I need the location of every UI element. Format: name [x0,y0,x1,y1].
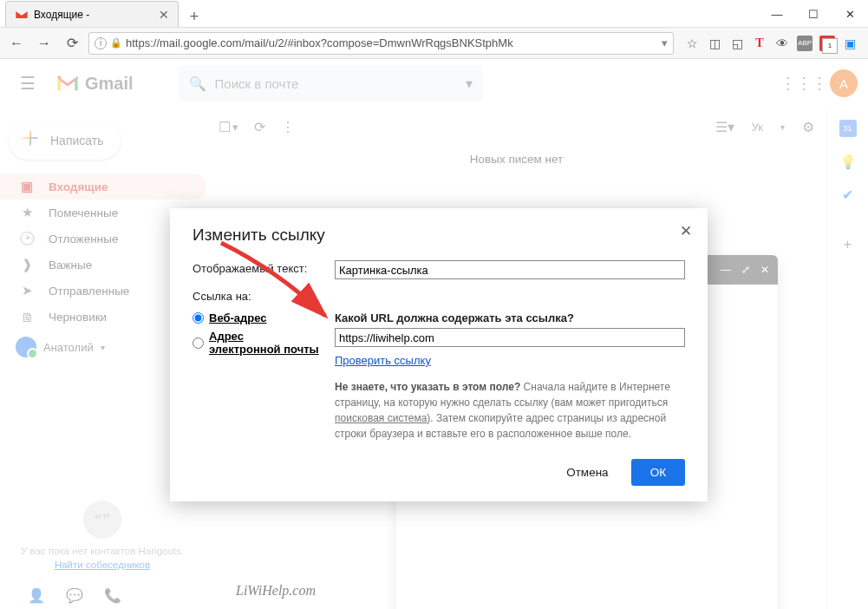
dropdown-icon[interactable]: ▾ [662,36,668,49]
window-minimize-icon[interactable]: — [759,1,795,27]
display-text-label: Отображаемый текст: [193,260,323,275]
address-bar[interactable]: i 🔒 https://mail.google.com/mail/u/2/#in… [88,32,674,55]
new-tab-button[interactable]: + [184,6,205,27]
gmail-favicon [15,8,29,22]
radio-web-address[interactable]: Веб-адрес [193,311,323,324]
radio-web-label: Веб-адрес [209,311,267,324]
watermark: LiWiHelp.com [236,583,316,599]
window-maximize-icon[interactable]: ☐ [795,1,832,27]
url-text: https://mail.google.com/mail/u/2/#inbox?… [126,36,513,49]
ok-button[interactable]: ОК [631,459,685,486]
tab-title: Входящие - [34,9,89,21]
ext-abp-icon[interactable]: ABP [797,36,813,51]
ext-eye-icon[interactable]: 👁 [774,36,790,51]
reload-button[interactable]: ⟳ [61,32,83,55]
tab-close-icon[interactable]: ✕ [159,8,169,22]
dialog-close-icon[interactable]: ✕ [680,222,692,240]
radio-email-input[interactable] [193,337,204,349]
browser-tab[interactable]: Входящие - ✕ [5,1,179,27]
url-question: Какой URL должна содержать эта ссылка? [335,311,685,324]
forward-button[interactable]: → [33,32,55,55]
ext-reader-icon[interactable]: ◫ [707,36,722,51]
lock-icon: 🔒 [110,37,122,49]
dialog-title: Изменить ссылку [193,226,685,245]
url-input[interactable] [335,328,685,347]
radio-email-label: Адресэлектронной почты [209,330,319,356]
hint-text: Не знаете, что указать в этом поле? Снач… [335,379,685,442]
cancel-button[interactable]: Отмена [554,459,620,486]
edit-link-dialog: ✕ Изменить ссылку Отображаемый текст: Сс… [170,208,708,501]
test-link[interactable]: Проверить ссылку [335,354,431,367]
site-info-icon[interactable]: i [95,37,107,49]
bookmark-icon[interactable]: ☆ [684,36,700,51]
ext-screenshot-icon[interactable]: ◱ [729,36,745,51]
link-to-label: Ссылка на: [193,288,323,303]
radio-email-address[interactable]: Адресэлектронной почты [193,330,323,356]
ext-cast-icon[interactable]: ▣ [842,36,858,51]
window-close-icon[interactable]: ✕ [832,1,868,27]
ext-text-icon[interactable]: T [752,36,767,51]
ext-badge-icon[interactable]: 1 [819,36,835,51]
display-text-input[interactable] [335,260,685,279]
back-button[interactable]: ← [5,32,28,55]
radio-web-input[interactable] [193,312,204,324]
